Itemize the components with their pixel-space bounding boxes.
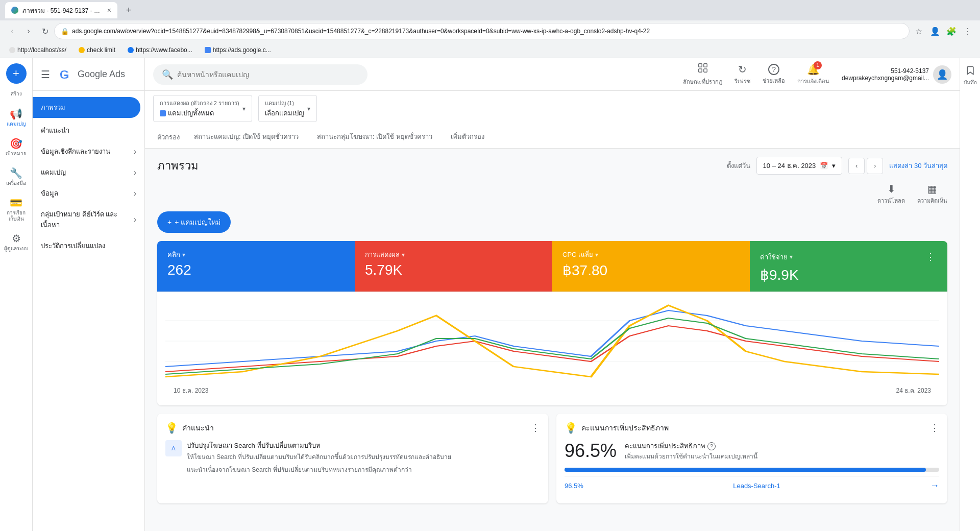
- columns-button[interactable]: ▦ ความคิดเห็น: [917, 183, 947, 205]
- bookmark-localhost[interactable]: http://localhost/ss/: [6, 45, 69, 55]
- advice-card-title: คำแนะนำ: [182, 422, 214, 433]
- notifications-action[interactable]: 🔔 1 การแจ้งเตือน: [797, 63, 829, 86]
- metric-card-clicks[interactable]: คลิก ▾ 262: [157, 241, 355, 292]
- campaign-filter-dropdown[interactable]: การแสดงผล (ตัวกรอง 2 รายการ) แคมเปญทั้งห…: [153, 95, 252, 122]
- metric-card-cost[interactable]: ค่าใช้จ่าย ▾ ⋮ ฿9.9K: [750, 241, 947, 292]
- nav-item-audience[interactable]: กลุ่มเป้าหมาย คีย์เวิร์ด และเนื้อหา ›: [33, 204, 144, 235]
- right-sidebar: บันทึก: [960, 58, 980, 531]
- bookmark-localhost-label: http://localhost/ss/: [17, 46, 66, 54]
- score-title-text: คะแนนการเพิ่มประสิทธิภาพ: [625, 441, 705, 451]
- app-header-inner: ☰ Google Ads: [33, 58, 144, 91]
- bookmark-star-button[interactable]: ☆: [912, 24, 926, 38]
- download-button[interactable]: ⬇ ดาวน์โหลด: [877, 183, 905, 205]
- sidebar-item-tools-label: เครื่องมือ: [6, 180, 26, 186]
- campaign-name-link[interactable]: Leads-Search-1: [733, 482, 780, 490]
- nav-overview[interactable]: ภาพรวม: [33, 97, 140, 118]
- tools-action[interactable]: ลักษณะที่ปรากฎ: [683, 62, 722, 86]
- profile-button[interactable]: 👤: [928, 24, 942, 38]
- filter-dropdown2-sublabel: เลือกแคมเปญ: [265, 108, 304, 118]
- sidebar-item-billing[interactable]: 💳 การเรียกเก็บเงิน: [2, 192, 31, 226]
- search-bar[interactable]: 🔍: [153, 64, 368, 85]
- adcampaign-filter-dropdown[interactable]: แคมเปญ (1) เลือกแคมเปญ ▾: [258, 95, 317, 122]
- columns-icon: ▦: [927, 183, 937, 195]
- search-input[interactable]: [177, 70, 359, 79]
- add-campaign-label: + แคมเปญใหม่: [175, 216, 220, 228]
- tab-add-filter[interactable]: เพิ่มตัวกรอง: [443, 126, 493, 148]
- sidebar-item-admin[interactable]: ⚙ ผู้ดูแลระบบ: [2, 228, 31, 256]
- forward-button[interactable]: ›: [21, 24, 36, 38]
- nav-item-history[interactable]: ประวัติการเปลี่ยนแปลง: [33, 235, 144, 256]
- add-campaign-button[interactable]: + + แคมเปญใหม่: [157, 211, 231, 233]
- date-prev-button[interactable]: ‹: [848, 158, 865, 174]
- metric-card-cpc[interactable]: CPC เฉลี่ย ▾ ฿37.80: [552, 241, 750, 292]
- optimization-card-more-button[interactable]: ⋮: [930, 422, 939, 433]
- tab-close-button[interactable]: ×: [107, 6, 111, 14]
- advice-card-header: 💡 คำแนะนำ ⋮: [165, 422, 540, 434]
- tab-adgroup-status[interactable]: สถานะกลุ่มโฆษณา: เปิดใช้ หยุดชั่วคราว: [309, 126, 440, 148]
- hamburger-menu[interactable]: ☰: [41, 68, 50, 81]
- help-action[interactable]: ? ช่วยเหลือ: [763, 64, 785, 85]
- metric-cost-text: ค่าใช้จ่าย: [760, 252, 788, 262]
- sidebar-item-tools[interactable]: 🔧 เครื่องมือ: [2, 163, 31, 190]
- optimization-card-title: คะแนนการเพิ่มประสิทธิภาพ: [581, 422, 669, 433]
- bookmark-checklimit-icon: [79, 47, 85, 53]
- active-tab[interactable]: ภาพรวม - 551-942-5137 - Goog... ×: [5, 2, 117, 18]
- refresh-button[interactable]: ↻: [38, 24, 52, 38]
- page-title: ภาพรวม: [157, 157, 199, 175]
- tools-action-icon: [697, 62, 708, 76]
- advice-item: A ปรับปรุงโฆษณา Search ที่ปรับเปลี่ยนตาม…: [165, 440, 540, 474]
- nav-item-insights[interactable]: ข้อมูลเชิงลึกและรายงาน ›: [33, 141, 144, 162]
- main-area: 🔍 ลักษณะที่ปรากฎ ↻ รีเฟรช ? ช่วยเหลือ: [145, 58, 960, 531]
- back-button[interactable]: ‹: [5, 24, 19, 38]
- score-info: คะแนนการเพิ่มประสิทธิภาพ ? เพิ่มคะแนนด้ว…: [625, 441, 757, 461]
- tab-title: ภาพรวม - 551-942-5137 - Goog...: [22, 6, 103, 15]
- create-label: สร้าง: [11, 90, 22, 98]
- nav-item-advice[interactable]: คำแนะนำ: [33, 120, 144, 141]
- optimization-lightbulb-icon: 💡: [565, 422, 577, 434]
- show-last-link[interactable]: แสดงล่า 30 วันล่าสุด: [889, 160, 947, 171]
- advice-card-more-button[interactable]: ⋮: [531, 422, 540, 433]
- nav-item-campaigns-menu[interactable]: แคมเปญ ›: [33, 162, 144, 183]
- sidebar-item-goals[interactable]: 🎯 เป้าหมาย: [2, 133, 31, 161]
- sidebar-item-campaigns[interactable]: 📢 แคมเปญ: [2, 104, 31, 131]
- search-ads-icon: A: [168, 443, 179, 453]
- campaign-arrow-icon[interactable]: →: [930, 480, 939, 491]
- tab-bar: ตัวกรอง สถานะแคมเปญ: เปิดใช้ หยุดชั่วครา…: [145, 126, 960, 148]
- metric-more-button[interactable]: ⋮: [924, 249, 937, 264]
- metric-card-impressions[interactable]: การแสดงผล ▾ 5.79K: [355, 241, 552, 292]
- bookmark-save-button[interactable]: [962, 62, 978, 79]
- help-action-label: ช่วยเหลือ: [763, 76, 785, 85]
- bookmark-googleads[interactable]: https://ads.google.c...: [202, 45, 274, 55]
- chart-start-label: 10 ธ.ค. 2023: [174, 385, 208, 395]
- extensions-button[interactable]: 🧩: [944, 24, 959, 38]
- address-bar[interactable]: 🔒 ads.google.com/aw/overview?ocid=154885…: [54, 23, 910, 39]
- browser-action-buttons: ☆ 👤 🧩 ⋮: [912, 24, 975, 38]
- goals-icon: 🎯: [10, 137, 22, 150]
- lightbulb-icon: 💡: [165, 422, 178, 434]
- billing-icon: 💳: [10, 197, 22, 209]
- advice-item-extra: แนะนำเนื่องจากโฆษณา Search ที่ปรับเปลี่ย…: [187, 466, 451, 474]
- bookmark-checklimit[interactable]: check limit: [76, 45, 118, 55]
- tab-campaign-status[interactable]: สถานะแคมเปญ: เปิดใช้ หยุดชั่วคราว: [186, 126, 307, 148]
- menu-button[interactable]: ⋮: [961, 24, 975, 38]
- metric-card-clicks-header: คลิก ▾: [167, 249, 345, 260]
- metric-clicks-arrow: ▾: [182, 251, 185, 258]
- create-button[interactable]: +: [6, 63, 27, 84]
- sidebar-item-campaigns-label: แคมเปญ: [7, 121, 26, 127]
- advice-card: 💡 คำแนะนำ ⋮ A: [157, 414, 548, 503]
- bottom-cards: 💡 คำแนะนำ ⋮ A: [157, 414, 947, 503]
- date-next-button[interactable]: ›: [867, 158, 883, 174]
- user-info[interactable]: 551-942-5137 dewprakeychxngngam@gmail...…: [842, 65, 951, 84]
- bookmark-facebook[interactable]: https://www.facebo...: [125, 45, 195, 55]
- refresh-action[interactable]: ↻ รีเฟรช: [734, 63, 750, 86]
- tab-favicon: [11, 7, 18, 14]
- nav-item-data[interactable]: ข้อมูล ›: [33, 183, 144, 204]
- sidebar-item-admin-label: ผู้ดูแลระบบ: [4, 246, 28, 252]
- bookmark-localhost-icon: [9, 47, 15, 53]
- nav-campaigns-label: แคมเปญ: [41, 167, 66, 178]
- metric-cpc-arrow: ▾: [595, 251, 598, 258]
- user-avatar[interactable]: 👤: [933, 65, 951, 84]
- new-tab-button[interactable]: +: [121, 3, 136, 17]
- filter-dropdown-main-label: การแสดงผล (ตัวกรอง 2 รายการ): [160, 99, 239, 108]
- date-range-picker[interactable]: 10 – 24 ธ.ค. 2023 📅 ▾: [756, 157, 843, 175]
